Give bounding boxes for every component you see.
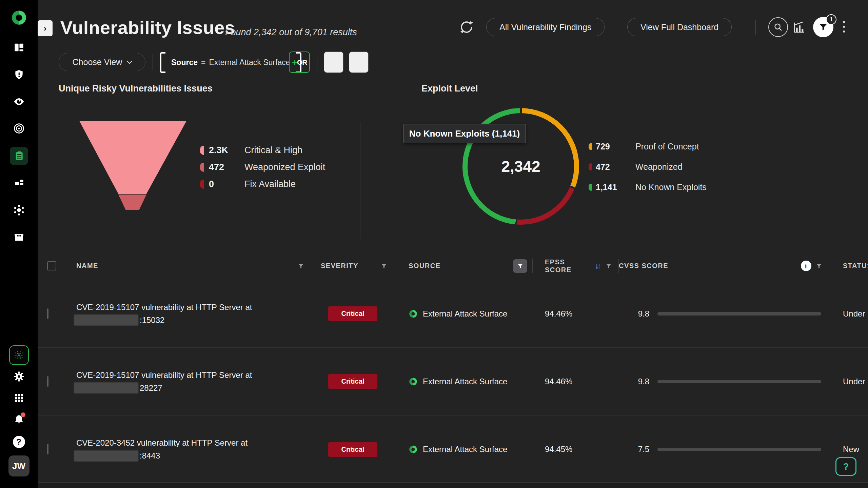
- all-vulnerability-findings-button[interactable]: All Vulnerability Findings: [486, 18, 605, 36]
- sidebar-item-notifications[interactable]: [13, 414, 25, 425]
- filter-chip-operator: =: [201, 58, 205, 67]
- funnel-segment-critical-high[interactable]: [79, 121, 186, 194]
- epss-score: 94.45%: [533, 445, 619, 454]
- column-label: EPSS SCORE: [545, 258, 592, 274]
- sidebar-item-vulnerability-reports-active[interactable]: [10, 147, 28, 165]
- analytics-button[interactable]: [792, 20, 806, 34]
- save-icon: [354, 58, 363, 67]
- filter-divider: [317, 54, 317, 70]
- sidebar-item-risk[interactable]: [14, 69, 24, 80]
- exploit-legend: 729 Proof of Concept 472 Weaponized 1,14…: [589, 138, 707, 196]
- donut-total: 2,342: [501, 157, 540, 176]
- legend-label: Fix Available: [244, 179, 296, 189]
- column-filter-icon[interactable]: [298, 263, 304, 269]
- filter-chip-source[interactable]: Source = External Attack Surface: [161, 53, 301, 72]
- sidebar-item-apps[interactable]: [14, 392, 24, 403]
- sidebar-item-marketplace[interactable]: [13, 231, 25, 243]
- select-all-checkbox[interactable]: [47, 261, 56, 270]
- vulnerability-port: :15032: [140, 314, 164, 327]
- cvss-score: 7.5: [619, 445, 649, 454]
- legend-item-fix-available: 0 Fix Available: [200, 176, 325, 192]
- help-fab-button[interactable]: ?: [835, 457, 856, 476]
- column-header-source[interactable]: SOURCE: [394, 252, 533, 280]
- save-view-button[interactable]: [349, 52, 369, 73]
- funnel-segment-weaponized[interactable]: [118, 195, 146, 210]
- cvss-cell: 9.8: [619, 377, 829, 386]
- column-filter-active-icon[interactable]: [513, 259, 527, 273]
- cvss-score-bar: [657, 380, 821, 383]
- epss-score: 94.46%: [533, 377, 619, 386]
- column-header-severity[interactable]: SEVERITY: [311, 252, 394, 280]
- sidebar-expand-button[interactable]: ›: [38, 20, 53, 36]
- legend-marker: [200, 163, 204, 172]
- column-filter-icon[interactable]: [381, 263, 387, 269]
- sidebar-item-visibility[interactable]: [13, 96, 25, 107]
- or-label: OR: [297, 58, 307, 66]
- table-row[interactable]: CVE-2020-3452 vulnerability at HTTP Serv…: [38, 415, 868, 483]
- exploit-section-title: Exploit Level: [421, 83, 478, 94]
- legend-item-weaponized: 472 Weaponized: [589, 158, 707, 175]
- filter-chip-value: External Attack Surface: [209, 58, 290, 67]
- funnel-section-title: Unique Risky Vulnerabilities Issues: [59, 83, 213, 94]
- column-header-name[interactable]: NAME: [65, 252, 311, 280]
- cvss-score-bar: [657, 312, 821, 316]
- sort-icon[interactable]: ↓↑: [595, 262, 600, 270]
- sidebar-item-coverage[interactable]: [13, 123, 25, 134]
- column-header-epss-score[interactable]: EPSS SCORE ↓↑: [533, 252, 619, 280]
- cvss-cell: 7.5: [619, 445, 829, 454]
- row-checkbox[interactable]: [47, 308, 48, 319]
- table-row[interactable]: CVE-2019-15107 vulnerability at HTTP Ser…: [38, 348, 868, 415]
- table-row[interactable]: CVE-2019-15107 vulnerability at HTTP Ser…: [38, 280, 868, 348]
- blocks-icon: [13, 177, 25, 188]
- sidebar-item-integrations[interactable]: [13, 204, 25, 216]
- row-checkbox[interactable]: [47, 444, 48, 454]
- ai-spiral-icon: [12, 348, 26, 362]
- sidebar-item-help[interactable]: ?: [13, 436, 25, 448]
- legend-value: 0: [209, 179, 236, 189]
- sidebar-item-assets[interactable]: [13, 177, 25, 188]
- refresh-icon: [458, 19, 475, 35]
- column-header-status[interactable]: STATUS: [829, 252, 868, 280]
- vulnerability-name-cell[interactable]: CVE-2019-15107 vulnerability at HTTP Ser…: [65, 369, 311, 394]
- more-options-button[interactable]: [843, 20, 845, 34]
- severity-badge: Critical: [328, 306, 377, 321]
- search-button[interactable]: [768, 17, 788, 37]
- vulnerability-name-cell[interactable]: CVE-2020-3452 vulnerability at HTTP Serv…: [65, 436, 311, 462]
- filter-count-badge: 1: [826, 14, 836, 25]
- severity-badge: Critical: [328, 442, 377, 457]
- legend-marker: [200, 180, 204, 189]
- info-icon[interactable]: i: [801, 261, 811, 271]
- view-full-dashboard-button[interactable]: View Full Dashboard: [627, 18, 732, 36]
- sidebar-item-dashboards[interactable]: [13, 42, 25, 53]
- brand-logo-icon[interactable]: [11, 9, 27, 26]
- choose-view-dropdown[interactable]: Choose View: [59, 53, 145, 71]
- column-filter-icon[interactable]: [606, 263, 611, 269]
- active-filters-button[interactable]: 1: [813, 17, 833, 37]
- legend-marker: [589, 184, 592, 191]
- row-checkbox[interactable]: [47, 376, 48, 387]
- vulnerability-title: CVE-2020-3452 vulnerability at HTTP Serv…: [76, 436, 311, 449]
- vulnerability-name-cell[interactable]: CVE-2019-15107 vulnerability at HTTP Ser…: [65, 301, 311, 327]
- horizontal-scrollbar-track[interactable]: [38, 482, 868, 488]
- column-filter-icon[interactable]: [816, 263, 822, 269]
- epss-score: 94.46%: [533, 309, 619, 319]
- delete-filter-button[interactable]: [324, 52, 343, 73]
- column-label: SOURCE: [409, 262, 441, 270]
- sidebar-item-ai-assistant[interactable]: [9, 345, 29, 365]
- source-label: External Attack Surface: [423, 445, 507, 454]
- refresh-button[interactable]: [458, 19, 475, 35]
- user-avatar[interactable]: JW: [8, 455, 29, 476]
- column-header-cvss-score[interactable]: CVSS SCORE i: [619, 252, 829, 280]
- table-header: NAME SEVERITY SOURCE EPSS SCORE ↓↑ CVSS …: [38, 252, 868, 280]
- sidebar-item-settings[interactable]: [13, 371, 25, 382]
- cvss-cell: 9.8: [619, 309, 829, 319]
- status-label: New: [829, 445, 868, 454]
- legend-item-weaponized-exploit: 472 Weaponized Exploit: [200, 159, 325, 176]
- source-logo-icon: [409, 309, 418, 319]
- funnel-chart[interactable]: [79, 121, 186, 210]
- shield-alert-icon: [14, 69, 24, 80]
- add-or-filter-button[interactable]: + OR: [289, 52, 310, 73]
- cvss-score-bar: [657, 448, 821, 451]
- legend-separator: [236, 180, 236, 188]
- chevron-down-icon: [127, 58, 133, 64]
